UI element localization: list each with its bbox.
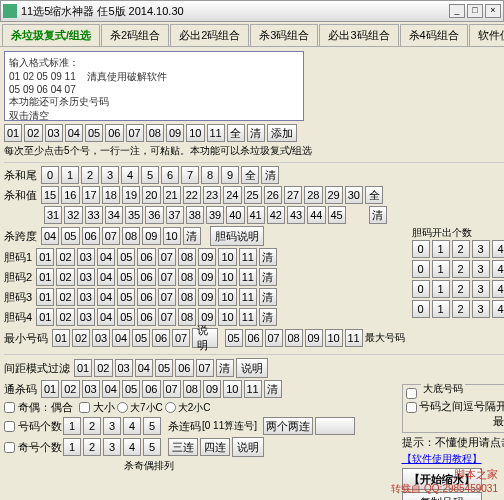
hw-0[interactable]: 0 <box>41 166 59 184</box>
mx-08[interactable]: 08 <box>285 329 303 347</box>
hz-23[interactable]: 23 <box>203 186 221 204</box>
jj-06[interactable]: 06 <box>175 359 193 377</box>
clear-button[interactable]: 清 <box>247 124 265 142</box>
zm4-clear[interactable]: 清 <box>259 308 277 326</box>
cnt0-4[interactable]: 4 <box>492 240 505 258</box>
zm2-03[interactable]: 03 <box>77 268 95 286</box>
hz-39[interactable]: 39 <box>206 206 224 224</box>
zm2-02[interactable]: 02 <box>56 268 74 286</box>
add-button[interactable]: 添加 <box>267 124 297 142</box>
num-08[interactable]: 08 <box>146 124 164 142</box>
mx-09[interactable]: 09 <box>305 329 323 347</box>
zm2-10[interactable]: 10 <box>218 268 236 286</box>
mn-06[interactable]: 06 <box>152 329 170 347</box>
hz-41[interactable]: 41 <box>247 206 265 224</box>
mx-06[interactable]: 06 <box>245 329 263 347</box>
zm4-05[interactable]: 05 <box>117 308 135 326</box>
ts-11[interactable]: 11 <box>244 380 262 398</box>
hz-40[interactable]: 40 <box>226 206 244 224</box>
zm1-07[interactable]: 07 <box>158 248 176 266</box>
zm4-08[interactable]: 08 <box>178 308 196 326</box>
jg-3[interactable]: 3 <box>103 438 121 456</box>
ts-05[interactable]: 05 <box>122 380 140 398</box>
cnt1-2[interactable]: 2 <box>452 260 470 278</box>
jioubi-check[interactable] <box>4 402 15 413</box>
daxiao-check[interactable] <box>79 402 90 413</box>
num-06[interactable]: 06 <box>105 124 123 142</box>
cnt2-1[interactable]: 1 <box>432 280 450 298</box>
mx-07[interactable]: 07 <box>265 329 283 347</box>
zm3-01[interactable]: 01 <box>36 288 54 306</box>
zm4-07[interactable]: 07 <box>158 308 176 326</box>
cnt3-2[interactable]: 2 <box>452 300 470 318</box>
jj-05[interactable]: 05 <box>155 359 173 377</box>
hz-26[interactable]: 26 <box>264 186 282 204</box>
kd-08[interactable]: 08 <box>122 227 140 245</box>
zm4-04[interactable]: 04 <box>97 308 115 326</box>
cnt0-2[interactable]: 2 <box>452 240 470 258</box>
zm3-10[interactable]: 10 <box>218 288 236 306</box>
gs-2[interactable]: 2 <box>83 417 101 435</box>
hz-38[interactable]: 38 <box>186 206 204 224</box>
cnt2-2[interactable]: 2 <box>452 280 470 298</box>
silian-btn[interactable]: 四连 <box>200 438 230 456</box>
hz-27[interactable]: 27 <box>284 186 302 204</box>
zm2-09[interactable]: 09 <box>198 268 216 286</box>
jg-2[interactable]: 2 <box>83 438 101 456</box>
haomageshu-check[interactable] <box>4 421 15 432</box>
gs-3[interactable]: 3 <box>103 417 121 435</box>
zm4-06[interactable]: 06 <box>137 308 155 326</box>
num-11[interactable]: 11 <box>207 124 225 142</box>
jj-07[interactable]: 07 <box>196 359 214 377</box>
jj-04[interactable]: 04 <box>135 359 153 377</box>
cnt2-3[interactable]: 3 <box>472 280 490 298</box>
mn-03[interactable]: 03 <box>92 329 110 347</box>
kd-09[interactable]: 09 <box>142 227 160 245</box>
hw-7[interactable]: 7 <box>181 166 199 184</box>
kd-10[interactable]: 10 <box>163 227 181 245</box>
jg-1[interactable]: 1 <box>63 438 81 456</box>
ts-10[interactable]: 10 <box>223 380 241 398</box>
zm2-clear[interactable]: 清 <box>259 268 277 286</box>
cnt0-3[interactable]: 3 <box>472 240 490 258</box>
num-09[interactable]: 09 <box>166 124 184 142</box>
zm4-10[interactable]: 10 <box>218 308 236 326</box>
zm3-03[interactable]: 03 <box>77 288 95 306</box>
zm2-11[interactable]: 11 <box>239 268 257 286</box>
hz-31[interactable]: 31 <box>44 206 62 224</box>
hw-6[interactable]: 6 <box>161 166 179 184</box>
cnt3-0[interactable]: 0 <box>412 300 430 318</box>
hz-24[interactable]: 24 <box>223 186 241 204</box>
danma-help[interactable]: 胆码说明 <box>210 226 264 246</box>
cnt1-4[interactable]: 4 <box>492 260 505 278</box>
hz-18[interactable]: 18 <box>102 186 120 204</box>
zm3-07[interactable]: 07 <box>158 288 176 306</box>
hz-25[interactable]: 25 <box>244 186 262 204</box>
hz-33[interactable]: 33 <box>85 206 103 224</box>
zm1-11[interactable]: 11 <box>239 248 257 266</box>
hw-2[interactable]: 2 <box>81 166 99 184</box>
mn-05[interactable]: 05 <box>132 329 150 347</box>
mn-01[interactable]: 01 <box>52 329 70 347</box>
lian-help[interactable]: 说明 <box>232 437 264 457</box>
hz-42[interactable]: 42 <box>267 206 285 224</box>
kd-clear[interactable]: 清 <box>183 227 201 245</box>
zm2-05[interactable]: 05 <box>117 268 135 286</box>
cnt1-1[interactable]: 1 <box>432 260 450 278</box>
tab-6[interactable]: 软件使用教程 <box>469 24 504 46</box>
hw-1[interactable]: 1 <box>61 166 79 184</box>
zm1-01[interactable]: 01 <box>36 248 54 266</box>
num-01[interactable]: 01 <box>4 124 22 142</box>
tab-0[interactable]: 杀垃圾复式/组选 <box>2 24 100 46</box>
mn-04[interactable]: 04 <box>112 329 130 347</box>
zm2-08[interactable]: 08 <box>178 268 196 286</box>
gs-5[interactable]: 5 <box>143 417 161 435</box>
ts-02[interactable]: 02 <box>61 380 79 398</box>
hz-17[interactable]: 17 <box>82 186 100 204</box>
cnt0-1[interactable]: 1 <box>432 240 450 258</box>
mn-07[interactable]: 07 <box>172 329 190 347</box>
all-button[interactable]: 全 <box>227 124 245 142</box>
dadibox-check[interactable] <box>406 388 417 399</box>
jiaocheng-link[interactable]: 【软件使用教程】 <box>402 452 505 466</box>
cnt2-4[interactable]: 4 <box>492 280 505 298</box>
